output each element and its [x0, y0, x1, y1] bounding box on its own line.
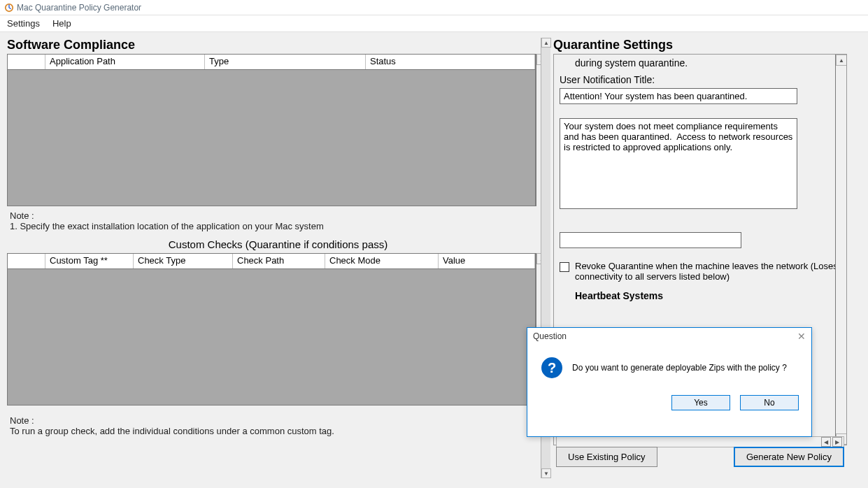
applications-table[interactable]: Application Path Type Status [7, 54, 536, 206]
app-icon [4, 3, 14, 13]
notification-title-input[interactable] [560, 88, 797, 104]
dialog-message: Do you want to generate deployable Zips … [572, 363, 787, 373]
close-icon[interactable]: ✕ [797, 331, 806, 342]
applications-table-header: Application Path Type Status [8, 55, 535, 70]
col-blank[interactable] [8, 55, 45, 69]
partial-line: during system quarantine. [560, 57, 841, 69]
notification-body-textarea[interactable] [560, 118, 797, 209]
revoke-quarantine-checkbox[interactable] [560, 262, 569, 272]
titlebar: Mac Quarantine Policy Generator [0, 0, 868, 15]
quarantine-settings-title: Quarantine Settings [553, 38, 847, 52]
custom-checks-title: Custom Checks (Quarantine if conditions … [7, 238, 549, 250]
yes-button[interactable]: Yes [671, 395, 730, 410]
window-title: Mac Quarantine Policy Generator [17, 3, 141, 13]
menu-settings[interactable]: Settings [7, 18, 40, 29]
question-dialog: Question ✕ ? Do you want to generate dep… [527, 327, 812, 437]
menubar: Settings Help [0, 15, 868, 32]
no-button[interactable]: No [740, 395, 799, 410]
scroll-up-icon[interactable]: ▲ [836, 55, 847, 66]
scroll-right-icon[interactable]: ▶ [832, 437, 842, 447]
col-check-mode[interactable]: Check Mode [325, 254, 439, 268]
right-pane-scrollbar[interactable]: ▲ ▼ [835, 55, 846, 445]
col2-blank[interactable] [8, 254, 45, 268]
col-value[interactable]: Value [439, 254, 535, 268]
generate-new-policy-button[interactable]: Generate New Policy [734, 447, 844, 467]
custom-checks-table[interactable]: Custom Tag ** Check Type Check Path Chec… [7, 253, 536, 406]
note-label-1: Note : [7, 210, 549, 221]
col-check-type[interactable]: Check Type [134, 254, 233, 268]
heartbeat-systems-label: Heartbeat Systems [575, 290, 841, 301]
right-horizontal-scrollbar[interactable]: ◀ ▶ [556, 436, 844, 447]
col-status[interactable]: Status [366, 55, 535, 69]
menu-help[interactable]: Help [52, 18, 71, 29]
notification-title-label: User Notification Title: [560, 74, 841, 85]
revoke-quarantine-label: Revoke Quarantine when the machine leave… [575, 261, 841, 282]
note-text-1: 1. Specify the exact installation locati… [7, 221, 549, 231]
scroll-down-icon[interactable]: ▼ [541, 468, 551, 478]
note-label-2: Note : [7, 415, 549, 426]
col-custom-tag[interactable]: Custom Tag ** [45, 254, 134, 268]
scroll-up-icon[interactable]: ▲ [541, 38, 551, 48]
col-type[interactable]: Type [205, 55, 366, 69]
extra-input[interactable] [560, 232, 741, 248]
col-application-path[interactable]: Application Path [45, 55, 205, 69]
custom-checks-table-header: Custom Tag ** Check Type Check Path Chec… [8, 254, 535, 269]
use-existing-policy-button[interactable]: Use Existing Policy [556, 447, 657, 467]
note-text-2: To run a group check, add the individual… [7, 426, 549, 436]
col-check-path[interactable]: Check Path [233, 254, 325, 268]
question-icon: ? [541, 357, 562, 378]
software-compliance-title: Software Compliance [7, 38, 549, 52]
scroll-left-icon[interactable]: ◀ [821, 437, 831, 447]
dialog-title: Question [533, 331, 567, 341]
